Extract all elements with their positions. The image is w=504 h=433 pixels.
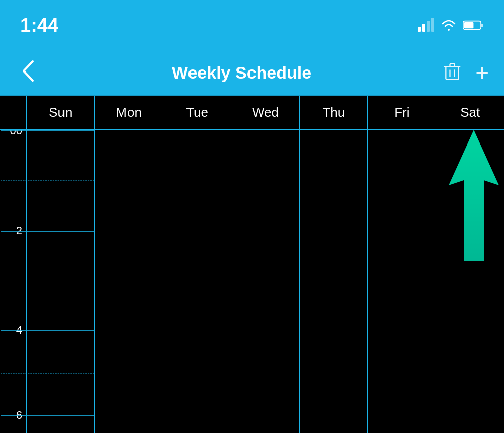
- calendar-container: Sun Mon Tue Wed Thu Fri Sat 00 2 4 6: [0, 96, 504, 433]
- status-icons: [418, 19, 484, 32]
- status-time: 1:44: [20, 15, 58, 36]
- day-column-fri[interactable]: [367, 130, 435, 433]
- svg-rect-2: [464, 22, 473, 29]
- back-button[interactable]: [15, 59, 40, 86]
- day-header-sat: Sat: [436, 96, 504, 129]
- time-gutter-header: [0, 96, 26, 129]
- status-bar: 1:44: [0, 0, 504, 50]
- grid-body: 00 2 4 6: [0, 130, 504, 433]
- day-header-sun: Sun: [26, 96, 94, 129]
- day-column-mon[interactable]: [94, 130, 162, 433]
- day-headers: Sun Mon Tue Wed Thu Fri Sat: [0, 96, 504, 130]
- wifi-icon: [440, 19, 457, 32]
- day-column-tue[interactable]: [163, 130, 231, 433]
- day-header-thu: Thu: [299, 96, 367, 129]
- nav-actions: +: [443, 61, 489, 84]
- time-label-00: 00: [10, 130, 22, 137]
- svg-rect-1: [481, 24, 483, 27]
- signal-icon: [418, 19, 434, 32]
- day-column-wed[interactable]: [231, 130, 299, 433]
- day-header-mon: Mon: [94, 96, 162, 129]
- day-column-sun[interactable]: [26, 130, 94, 433]
- time-gutter: 00 2 4 6: [0, 130, 26, 433]
- day-columns[interactable]: [26, 130, 504, 433]
- trash-button[interactable]: [443, 62, 461, 83]
- day-column-thu[interactable]: [299, 130, 367, 433]
- battery-icon: [463, 20, 484, 31]
- day-header-wed: Wed: [231, 96, 299, 129]
- svg-rect-3: [446, 66, 458, 79]
- day-header-tue: Tue: [163, 96, 231, 129]
- day-header-fri: Fri: [367, 96, 435, 129]
- day-column-sat[interactable]: [436, 130, 504, 433]
- page-title: Weekly Schedule: [40, 63, 443, 83]
- nav-bar: Weekly Schedule +: [0, 50, 504, 96]
- add-button[interactable]: +: [475, 61, 489, 84]
